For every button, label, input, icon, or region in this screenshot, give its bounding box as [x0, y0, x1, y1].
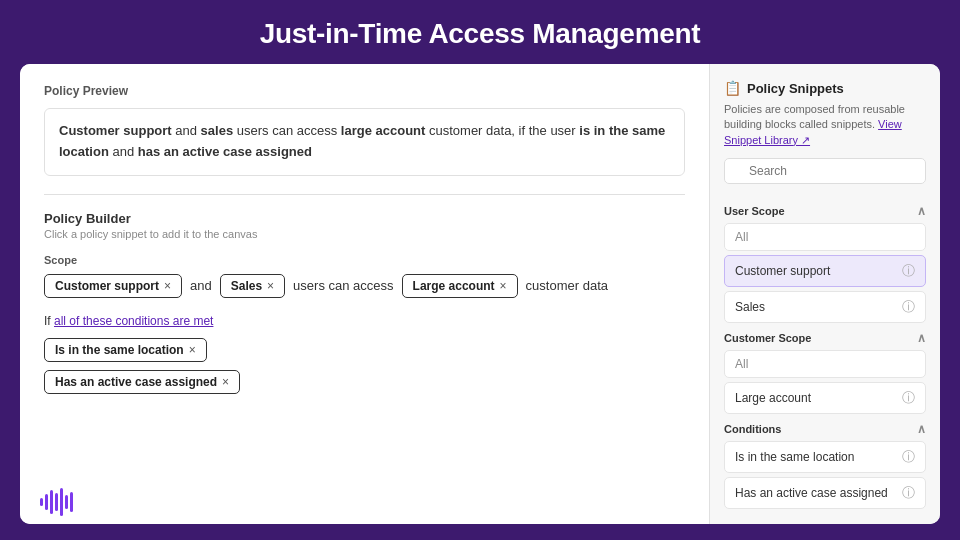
tag-large-account-label: Large account	[413, 279, 495, 293]
waveform-bar-3	[50, 490, 53, 514]
tag-same-location[interactable]: Is in the same location ×	[44, 338, 207, 362]
condition-tags: Is in the same location × Has an active …	[44, 338, 685, 394]
snippets-description: Policies are composed from reusable buil…	[724, 102, 926, 148]
user-scope-section: User Scope ∧ All Customer support ⓘ Sale…	[724, 204, 926, 323]
preview-users-access: users can access	[237, 123, 341, 138]
snippet-large-account[interactable]: Large account ⓘ	[724, 382, 926, 414]
snippet-active-case-conditions[interactable]: Has an active case assigned ⓘ	[724, 477, 926, 509]
user-scope-header: User Scope ∧	[724, 204, 926, 218]
waveform-bar-7	[70, 492, 73, 512]
snippet-library-link[interactable]: View Snippet Library ↗	[724, 118, 902, 145]
tag-customer-support-label: Customer support	[55, 279, 159, 293]
snippet-sales[interactable]: Sales ⓘ	[724, 291, 926, 323]
snippets-title: Policy Snippets	[747, 81, 844, 96]
policy-preview-box: Customer support and sales users can acc…	[44, 108, 685, 176]
tag-sales-remove[interactable]: ×	[267, 279, 274, 293]
snippet-active-case-label: Has an active case assigned	[735, 486, 888, 500]
conditions-header: Conditions ∧	[724, 422, 926, 436]
preview-customer-data: customer data, if the user	[429, 123, 579, 138]
search-wrapper: 🔍	[724, 158, 926, 194]
right-panel: 📋 Policy Snippets Policies are composed …	[710, 64, 940, 524]
scope-and-text: and	[190, 278, 212, 293]
info-icon-sales[interactable]: ⓘ	[902, 298, 915, 316]
preview-large-account: large account	[341, 123, 426, 138]
scope-row: Customer support × and Sales × users can…	[44, 274, 685, 298]
conditions-chevron[interactable]: ∧	[917, 422, 926, 436]
tag-active-case[interactable]: Has an active case assigned ×	[44, 370, 240, 394]
preview-sales: sales	[201, 123, 234, 138]
snippet-large-account-label: Large account	[735, 391, 811, 405]
tag-large-account[interactable]: Large account ×	[402, 274, 518, 298]
left-panel: Policy Preview Customer support and sale…	[20, 64, 710, 524]
info-icon-active-case[interactable]: ⓘ	[902, 484, 915, 502]
policy-builder-subtitle: Click a policy snippet to add it to the …	[44, 228, 685, 240]
user-scope-label: User Scope	[724, 205, 785, 217]
customer-scope-all[interactable]: All	[724, 350, 926, 378]
main-card: Policy Preview Customer support and sale…	[20, 64, 940, 524]
conditions-link[interactable]: all of these conditions are met	[54, 314, 213, 328]
tag-sales[interactable]: Sales ×	[220, 274, 285, 298]
preview-active-case: has an active case assigned	[138, 144, 312, 159]
conditions-label: Conditions	[724, 423, 781, 435]
waveform-bar-1	[40, 498, 43, 506]
snippets-header: 📋 Policy Snippets	[724, 80, 926, 96]
conditions-intro: If all of these conditions are met	[44, 314, 685, 328]
scope-customer-data-text: customer data	[526, 278, 608, 293]
page-title: Just-in-Time Access Management	[260, 0, 701, 64]
snippet-same-location[interactable]: Is in the same location ⓘ	[724, 441, 926, 473]
tag-sales-label: Sales	[231, 279, 262, 293]
snippet-sales-label: Sales	[735, 300, 765, 314]
tag-same-location-remove[interactable]: ×	[189, 343, 196, 357]
snippet-same-location-label: Is in the same location	[735, 450, 854, 464]
preview-and-1: and	[175, 123, 200, 138]
info-icon-cs[interactable]: ⓘ	[902, 262, 915, 280]
book-icon: 📋	[724, 80, 741, 96]
customer-scope-label: Customer Scope	[724, 332, 811, 344]
logo-area: SGNL	[40, 488, 146, 516]
search-input[interactable]	[724, 158, 926, 184]
logo-text: SGNL	[81, 489, 146, 515]
snippet-customer-support-label: Customer support	[735, 264, 830, 278]
user-scope-chevron[interactable]: ∧	[917, 204, 926, 218]
scope-users-text: users can access	[293, 278, 393, 293]
waveform-bar-6	[65, 495, 68, 509]
divider	[44, 194, 685, 195]
policy-builder-title: Policy Builder	[44, 211, 685, 226]
customer-scope-chevron[interactable]: ∧	[917, 331, 926, 345]
tag-large-account-remove[interactable]: ×	[500, 279, 507, 293]
info-icon-large-account[interactable]: ⓘ	[902, 389, 915, 407]
preview-customer-support: Customer support	[59, 123, 172, 138]
waveform-bar-2	[45, 494, 48, 510]
user-scope-all[interactable]: All	[724, 223, 926, 251]
snippet-customer-support[interactable]: Customer support ⓘ	[724, 255, 926, 287]
info-icon-same-location[interactable]: ⓘ	[902, 448, 915, 466]
tag-customer-support-remove[interactable]: ×	[164, 279, 171, 293]
tag-active-case-label: Has an active case assigned	[55, 375, 217, 389]
customer-scope-header: Customer Scope ∧	[724, 331, 926, 345]
tag-same-location-label: Is in the same location	[55, 343, 184, 357]
tag-customer-support[interactable]: Customer support ×	[44, 274, 182, 298]
policy-preview-label: Policy Preview	[44, 84, 685, 98]
tag-active-case-remove[interactable]: ×	[222, 375, 229, 389]
preview-and-2: and	[112, 144, 137, 159]
conditions-section: Conditions ∧ Is in the same location ⓘ H…	[724, 422, 926, 509]
scope-label: Scope	[44, 254, 685, 266]
waveform-icon	[40, 488, 73, 516]
waveform-bar-5	[60, 488, 63, 516]
customer-scope-section: Customer Scope ∧ All Large account ⓘ	[724, 331, 926, 414]
waveform-bar-4	[55, 493, 58, 511]
